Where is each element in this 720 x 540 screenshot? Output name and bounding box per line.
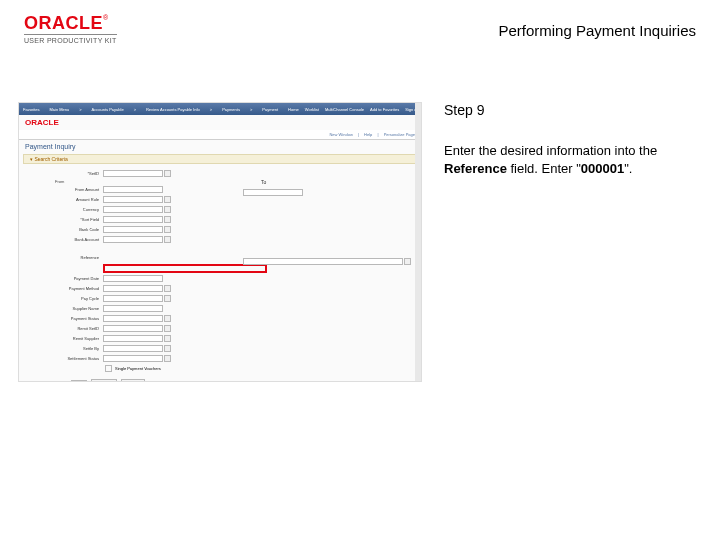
field-label: Payment Method — [31, 286, 103, 291]
instruction-text: Enter the desired information into the R… — [444, 142, 682, 177]
lookup-icon[interactable] — [164, 335, 171, 342]
lookup-icon[interactable] — [164, 226, 171, 233]
page-title: Performing Payment Inquiries — [498, 22, 696, 39]
instruction-panel: Step 9 Enter the desired information int… — [422, 102, 682, 382]
oracle-logo: ORACLE® USER PRODUCTIVITY KIT — [24, 14, 117, 44]
lookup-icon[interactable] — [164, 206, 171, 213]
field-label: Remit SetID — [31, 326, 103, 331]
checkbox-label: Single Payment Vouchers — [115, 366, 161, 371]
crumb-link[interactable]: Help — [364, 132, 372, 137]
amount-rule-select[interactable] — [103, 196, 163, 203]
field-label: Supplier Name — [31, 306, 103, 311]
field-label: Amount Rule — [31, 197, 103, 202]
sort-field-select[interactable] — [103, 216, 163, 223]
chevron-down-icon[interactable] — [164, 216, 171, 223]
crumb-link[interactable]: Personalize Page — [384, 132, 415, 137]
menubar: Favorites Main Menu > Accounts Payable >… — [19, 103, 421, 115]
menu-item[interactable]: Payments — [222, 107, 240, 112]
clear-button[interactable]: Clear — [121, 379, 145, 382]
field-label: Currency — [31, 207, 103, 212]
field-label: Payment Status — [31, 316, 103, 321]
app-screenshot: Favorites Main Menu > Accounts Payable >… — [18, 102, 422, 382]
menu-link[interactable]: Add to Favorites — [370, 107, 399, 112]
schedule-link[interactable]: Payment Schedule — [155, 381, 189, 382]
maxrows-input[interactable] — [71, 380, 87, 382]
lookup-icon[interactable] — [164, 236, 171, 243]
search-button[interactable]: Search — [91, 379, 118, 382]
chevron-down-icon[interactable] — [164, 345, 171, 352]
chevron-down-icon[interactable] — [164, 315, 171, 322]
lookup-icon[interactable] — [404, 258, 411, 265]
settle-by-select[interactable] — [103, 345, 163, 352]
crumb-links: New Window | Help | Personalize Page — [19, 130, 421, 140]
step-label: Step 9 — [444, 102, 682, 118]
field-label: Settle By — [31, 346, 103, 351]
menu-link[interactable]: Worklist — [305, 107, 319, 112]
chevron-down-icon[interactable] — [164, 196, 171, 203]
field-label: *Sort Field — [31, 217, 103, 222]
menu-item[interactable]: Payment — [262, 107, 278, 112]
currency-input[interactable] — [103, 206, 163, 213]
field-label: Payment Date — [31, 276, 103, 281]
field-label: Reference — [31, 255, 103, 260]
menu-item[interactable]: Main Menu — [49, 107, 69, 112]
inner-oracle-logo: ORACLE — [19, 115, 421, 130]
chevron-down-icon[interactable] — [164, 285, 171, 292]
remit-supplier-input[interactable] — [103, 335, 163, 342]
section-header[interactable]: Search Criteria — [23, 154, 417, 164]
menu-link[interactable]: Home — [288, 107, 299, 112]
field-label: Bank Account — [31, 237, 103, 242]
field-label: Remit Supplier — [31, 336, 103, 341]
scrollbar[interactable] — [415, 103, 421, 381]
logo-subtitle: USER PRODUCTIVITY KIT — [24, 34, 117, 44]
ref-field-name: Reference — [444, 161, 507, 176]
crumb-link[interactable]: New Window — [329, 132, 352, 137]
to-amount-input[interactable] — [243, 189, 303, 196]
field-label: *SetID — [31, 171, 103, 176]
to-reference-input[interactable] — [243, 258, 403, 265]
single-payment-checkbox[interactable] — [105, 365, 112, 372]
field-label: From Amount — [31, 187, 103, 192]
menu-item[interactable]: Review Accounts Payable Info — [146, 107, 200, 112]
payment-method-select[interactable] — [103, 285, 163, 292]
bank-code-input[interactable] — [103, 226, 163, 233]
menu-link[interactable]: MultiChannel Console — [325, 107, 364, 112]
from-amount-input[interactable] — [103, 186, 163, 193]
lookup-icon[interactable] — [164, 170, 171, 177]
bank-account-input[interactable] — [103, 236, 163, 243]
supplier-name-input[interactable] — [103, 305, 163, 312]
menu-item[interactable]: Accounts Payable — [92, 107, 124, 112]
menu-item[interactable]: Favorites — [23, 107, 39, 112]
to-column: To — [243, 179, 411, 266]
ref-value: 000001 — [581, 161, 624, 176]
to-label: To — [261, 179, 411, 185]
payment-date-input[interactable] — [103, 275, 163, 282]
field-label: Bank Code — [31, 227, 103, 232]
payment-status-select[interactable] — [103, 315, 163, 322]
settlement-status-select[interactable] — [103, 355, 163, 362]
logo-text: ORACLE — [24, 13, 103, 33]
lookup-icon[interactable] — [164, 325, 171, 332]
maxrows-label: Max Rows — [45, 381, 64, 382]
pay-cycle-input[interactable] — [103, 295, 163, 302]
setid-input[interactable] — [103, 170, 163, 177]
chevron-down-icon[interactable] — [164, 355, 171, 362]
panel-title: Payment Inquiry — [19, 140, 421, 153]
logo-reg: ® — [103, 14, 108, 21]
lookup-icon[interactable] — [164, 295, 171, 302]
remit-setid-input[interactable] — [103, 325, 163, 332]
field-label: Pay Cycle — [31, 296, 103, 301]
field-label: Settlement Status — [31, 356, 103, 361]
